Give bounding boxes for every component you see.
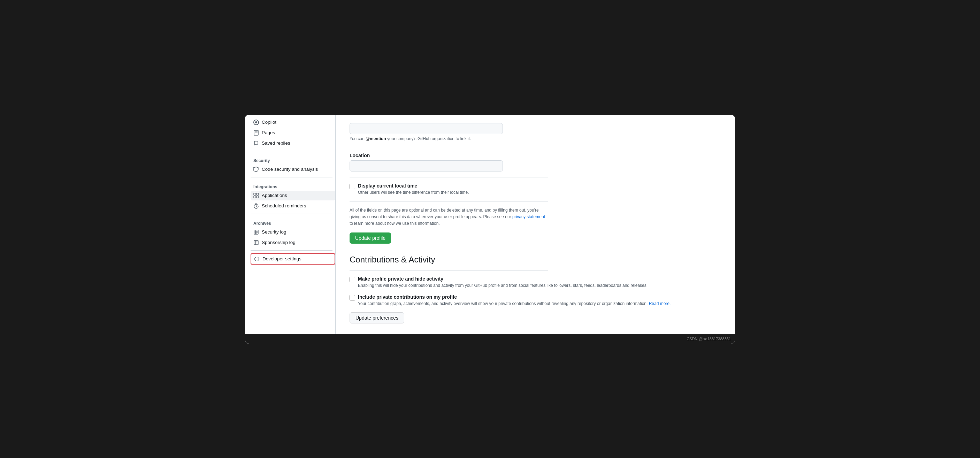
divider-4 bbox=[251, 250, 332, 251]
privacy-link[interactable]: privacy statement bbox=[512, 215, 545, 219]
privacy-notice-text: All of the fields on this page are optio… bbox=[350, 208, 539, 219]
copilot-label: Copilot bbox=[262, 119, 276, 125]
make-private-text: Make profile private and hide activity E… bbox=[358, 276, 648, 289]
developer-settings-label: Developer settings bbox=[262, 256, 301, 261]
security-section-label: Security bbox=[251, 154, 335, 164]
clock-icon bbox=[253, 203, 259, 209]
make-private-label[interactable]: Make profile private and hide activity bbox=[358, 276, 443, 281]
make-private-group: Make profile private and hide activity E… bbox=[350, 276, 721, 289]
sidebar-item-scheduled-reminders[interactable]: Scheduled reminders bbox=[251, 201, 335, 211]
mention-hint: You can @mention your company's GitHub o… bbox=[350, 136, 721, 141]
archives-section-label: Archives bbox=[251, 217, 335, 227]
security-log-icon bbox=[253, 229, 259, 235]
location-group: Location bbox=[350, 153, 721, 172]
bottom-bar-text: CSDN @lxq18817388351 bbox=[687, 337, 731, 341]
sponsorship-log-label: Sponsorship log bbox=[262, 240, 296, 245]
svg-rect-6 bbox=[254, 196, 256, 198]
update-preferences-button[interactable]: Update preferences bbox=[350, 312, 404, 323]
sidebar-item-code-security[interactable]: Code security and analysis bbox=[251, 164, 335, 174]
privacy-notice: All of the fields on this page are optio… bbox=[350, 207, 548, 227]
saved-replies-label: Saved replies bbox=[262, 140, 290, 146]
code-icon bbox=[254, 256, 259, 262]
display-time-text: Display current local time Other users w… bbox=[358, 183, 469, 196]
sidebar-item-saved-replies[interactable]: Saved replies bbox=[251, 138, 335, 148]
read-more-link[interactable]: Read more. bbox=[649, 301, 671, 306]
contributions-heading: Contributions & Activity bbox=[350, 255, 721, 264]
sponsorship-log-icon bbox=[253, 240, 259, 245]
contributions-section: Contributions & Activity Make profile pr… bbox=[350, 255, 721, 323]
divider-main-3 bbox=[350, 201, 548, 202]
copilot-icon bbox=[253, 119, 259, 125]
sidebar-item-copilot[interactable]: Copilot bbox=[251, 118, 335, 127]
svg-rect-7 bbox=[256, 196, 259, 198]
make-private-desc: Enabling this will hide your contributio… bbox=[358, 282, 648, 289]
divider-contributions bbox=[350, 270, 548, 270]
include-private-text: Include private contributions on my prof… bbox=[358, 294, 671, 307]
pages-icon bbox=[253, 130, 259, 135]
privacy-notice-end: to learn more about how we use this info… bbox=[350, 221, 440, 226]
apps-icon bbox=[253, 193, 259, 198]
divider-main-1 bbox=[350, 147, 548, 147]
svg-point-0 bbox=[255, 121, 257, 123]
shield-icon bbox=[253, 167, 259, 172]
update-profile-button[interactable]: Update profile bbox=[350, 232, 391, 243]
sidebar-item-security-log[interactable]: Security log bbox=[251, 227, 335, 237]
bottom-bar: CSDN @lxq18817388351 bbox=[245, 334, 735, 344]
display-time-desc: Other users will see the time difference… bbox=[358, 189, 469, 196]
location-input[interactable] bbox=[350, 160, 503, 172]
main-window: Copilot Pages Saved replies Security Cod… bbox=[245, 114, 735, 344]
mention-bold: @mention bbox=[366, 136, 386, 141]
applications-label: Applications bbox=[262, 193, 287, 198]
divider-2 bbox=[251, 177, 332, 177]
display-time-label[interactable]: Display current local time bbox=[358, 183, 417, 189]
main-content: You can @mention your company's GitHub o… bbox=[336, 114, 735, 344]
sidebar-item-developer-settings[interactable]: Developer settings bbox=[251, 253, 335, 264]
location-label: Location bbox=[350, 153, 721, 158]
include-private-group: Include private contributions on my prof… bbox=[350, 294, 721, 307]
sidebar-item-applications[interactable]: Applications bbox=[251, 191, 335, 200]
divider-3 bbox=[251, 214, 332, 214]
display-time-checkbox[interactable] bbox=[350, 184, 355, 189]
svg-rect-5 bbox=[256, 193, 259, 195]
security-log-label: Security log bbox=[262, 229, 286, 235]
sidebar-item-pages[interactable]: Pages bbox=[251, 128, 335, 138]
mention-group: You can @mention your company's GitHub o… bbox=[350, 123, 721, 141]
scheduled-reminders-label: Scheduled reminders bbox=[262, 203, 306, 208]
display-time-group: Display current local time Other users w… bbox=[350, 183, 721, 196]
svg-rect-4 bbox=[254, 193, 256, 195]
include-private-desc: Your contribution graph, achievements, a… bbox=[358, 301, 671, 307]
sidebar-item-sponsorship-log[interactable]: Sponsorship log bbox=[251, 238, 335, 248]
code-security-label: Code security and analysis bbox=[262, 167, 318, 172]
pages-label: Pages bbox=[262, 130, 275, 135]
include-private-checkbox[interactable] bbox=[350, 295, 355, 301]
sidebar: Copilot Pages Saved replies Security Cod… bbox=[245, 114, 336, 344]
make-private-checkbox[interactable] bbox=[350, 277, 355, 282]
saved-replies-icon bbox=[253, 140, 259, 146]
divider-main-2 bbox=[350, 177, 548, 177]
include-private-label[interactable]: Include private contributions on my prof… bbox=[358, 294, 457, 300]
mention-input[interactable] bbox=[350, 123, 503, 134]
divider-1 bbox=[251, 151, 332, 151]
integrations-section-label: Integrations bbox=[251, 180, 335, 191]
